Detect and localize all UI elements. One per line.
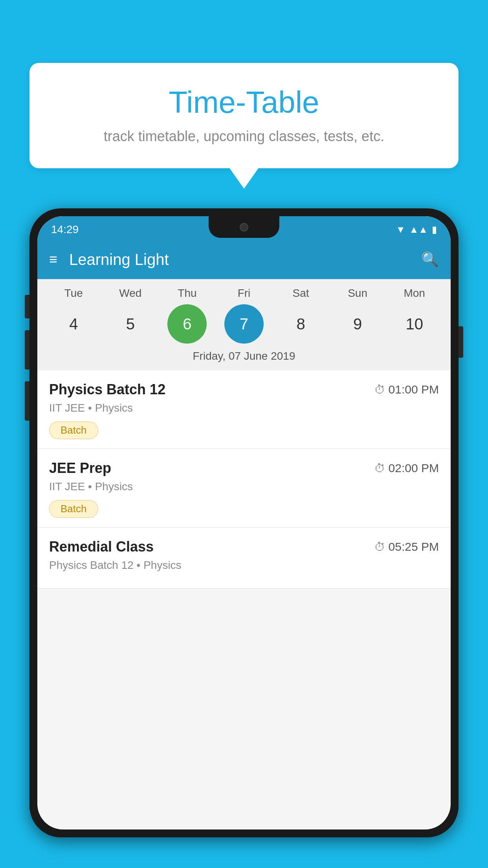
schedule-item-2[interactable]: Remedial Class ⏱ 05:25 PM Physics Batch … <box>37 528 451 588</box>
schedule-item-0[interactable]: Physics Batch 12 ⏱ 01:00 PM IIT JEE • Ph… <box>37 370 451 449</box>
schedule-time-text-0: 01:00 PM <box>389 383 439 396</box>
batch-badge-0: Batch <box>49 421 98 439</box>
silent-button <box>25 381 29 421</box>
schedule-item-header-0: Physics Batch 12 ⏱ 01:00 PM <box>49 381 439 398</box>
schedule-item-1[interactable]: JEE Prep ⏱ 02:00 PM IIT JEE • Physics Ba… <box>37 449 451 528</box>
schedule-list: Physics Batch 12 ⏱ 01:00 PM IIT JEE • Ph… <box>37 370 451 588</box>
app-title: Learning Light <box>69 251 409 268</box>
schedule-item-header-2: Remedial Class ⏱ 05:25 PM <box>49 539 439 555</box>
bubble-title: Time-Table <box>45 85 443 120</box>
selected-date-label: Friday, 07 June 2019 <box>45 350 443 366</box>
status-icons: ▼ ▲▲ ▮ <box>396 224 437 235</box>
schedule-subtitle-1: IIT JEE • Physics <box>49 480 439 493</box>
date-item-5[interactable]: 5 <box>111 304 150 344</box>
days-row: TueWedThuFriSatSunMon <box>45 287 443 300</box>
schedule-title-0: Physics Batch 12 <box>49 381 165 398</box>
battery-icon: ▮ <box>432 224 437 235</box>
volume-up-button <box>25 295 29 318</box>
dates-row: 45678910 <box>45 304 443 344</box>
app-bar: ≡ Learning Light 🔍 <box>37 240 451 279</box>
status-time: 14:29 <box>51 223 79 236</box>
date-item-6[interactable]: 6 <box>167 304 207 344</box>
day-label-tue: Tue <box>50 287 97 300</box>
bubble-subtitle: track timetable, upcoming classes, tests… <box>45 128 443 145</box>
calendar-section: TueWedThuFriSatSunMon 45678910 Friday, 0… <box>37 279 451 370</box>
date-item-8[interactable]: 8 <box>281 304 321 344</box>
date-item-7[interactable]: 7 <box>224 304 264 344</box>
batch-badge-1: Batch <box>49 500 98 518</box>
clock-icon-1: ⏱ <box>374 462 385 475</box>
volume-down-button <box>25 330 29 370</box>
phone-screen: 14:29 ▼ ▲▲ ▮ ≡ Learning Light 🔍 TueWedTh… <box>37 216 451 829</box>
speech-bubble: Time-Table track timetable, upcoming cla… <box>29 63 459 168</box>
schedule-time-text-1: 02:00 PM <box>389 462 439 475</box>
notch <box>209 216 279 238</box>
schedule-time-1: ⏱ 02:00 PM <box>374 462 439 475</box>
search-icon[interactable]: 🔍 <box>421 251 439 268</box>
phone-mockup: 14:29 ▼ ▲▲ ▮ ≡ Learning Light 🔍 TueWedTh… <box>29 208 459 868</box>
clock-icon-2: ⏱ <box>374 541 385 554</box>
clock-icon-0: ⏱ <box>374 383 385 396</box>
schedule-title-2: Remedial Class <box>49 539 154 555</box>
day-label-fri: Fri <box>220 287 268 300</box>
day-label-sun: Sun <box>334 287 381 300</box>
schedule-time-2: ⏱ 05:25 PM <box>374 540 439 554</box>
phone-outer: 14:29 ▼ ▲▲ ▮ ≡ Learning Light 🔍 TueWedTh… <box>29 208 459 837</box>
day-label-mon: Mon <box>391 287 438 300</box>
day-label-sat: Sat <box>277 287 325 300</box>
power-button <box>459 326 463 358</box>
schedule-subtitle-0: IIT JEE • Physics <box>49 402 439 414</box>
date-item-9[interactable]: 9 <box>338 304 377 344</box>
date-item-10[interactable]: 10 <box>395 304 434 344</box>
day-label-thu: Thu <box>163 287 211 300</box>
schedule-item-header-1: JEE Prep ⏱ 02:00 PM <box>49 460 439 476</box>
schedule-time-0: ⏱ 01:00 PM <box>374 383 439 396</box>
day-label-wed: Wed <box>107 287 154 300</box>
wifi-icon: ▼ <box>396 224 405 235</box>
hamburger-icon[interactable]: ≡ <box>49 252 57 267</box>
speech-bubble-container: Time-Table track timetable, upcoming cla… <box>29 63 459 168</box>
schedule-title-1: JEE Prep <box>49 460 111 476</box>
date-item-4[interactable]: 4 <box>54 304 93 344</box>
front-camera <box>240 223 248 232</box>
schedule-time-text-2: 05:25 PM <box>389 540 439 554</box>
schedule-subtitle-2: Physics Batch 12 • Physics <box>49 559 439 572</box>
signal-icon: ▲▲ <box>409 224 428 235</box>
